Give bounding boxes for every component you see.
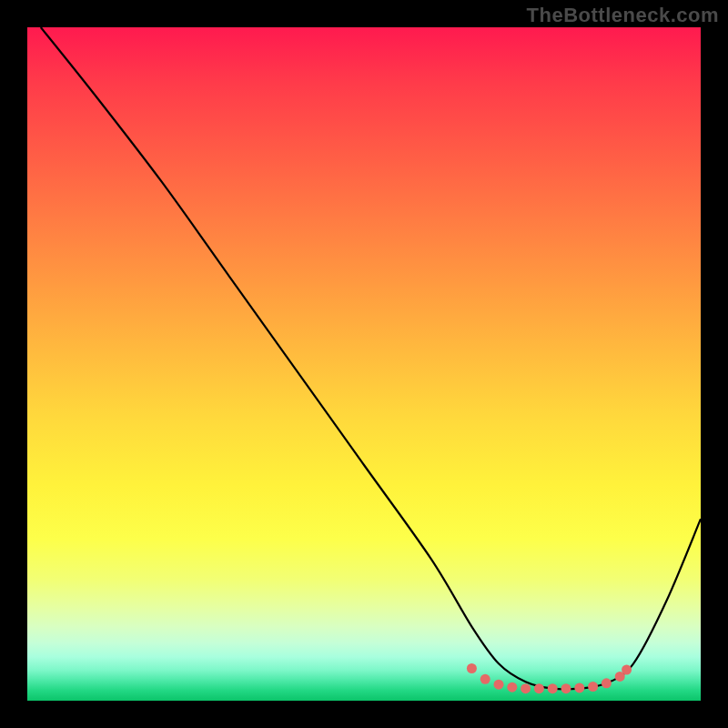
marker-dot xyxy=(561,683,571,693)
marker-dot xyxy=(602,678,612,688)
chart-frame: TheBottleneck.com xyxy=(0,0,728,728)
bottleneck-curve xyxy=(27,27,701,701)
marker-dot xyxy=(521,683,531,693)
marker-dot xyxy=(507,682,517,693)
marker-dot xyxy=(494,680,504,690)
marker-dot xyxy=(588,682,598,692)
marker-dot xyxy=(574,682,584,693)
plot-area xyxy=(27,27,701,701)
marker-dot xyxy=(534,683,544,693)
minimum-markers xyxy=(467,663,632,693)
marker-dot xyxy=(467,663,477,673)
marker-dot xyxy=(622,665,632,675)
marker-dot xyxy=(548,683,558,693)
curve-path xyxy=(41,27,701,689)
marker-dot xyxy=(480,674,490,684)
watermark-text: TheBottleneck.com xyxy=(527,4,719,27)
